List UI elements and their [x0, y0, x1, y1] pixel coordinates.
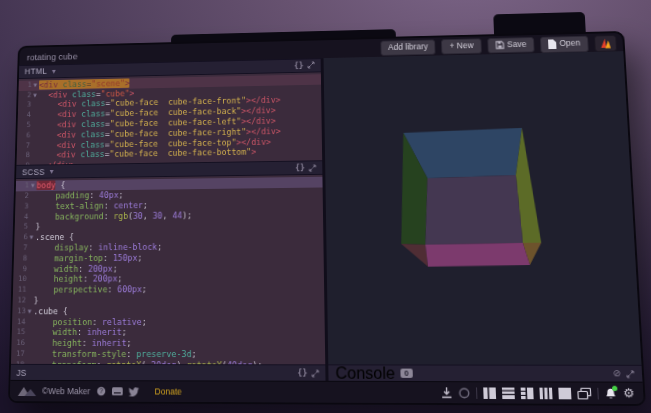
js-pane-label: JS	[16, 367, 26, 377]
scss-pane-label: SCSS	[22, 167, 45, 177]
clear-console-icon[interactable]: ⊘	[613, 369, 621, 378]
footer-bar: ©Web Maker ? Donate	[10, 380, 644, 404]
capture-icon[interactable]	[459, 387, 471, 399]
cube-bottom-left-face	[401, 244, 428, 267]
cube-front-face	[423, 175, 522, 245]
notification-dot	[612, 385, 618, 390]
web-maker-logo-button[interactable]	[594, 35, 617, 52]
settings-gear-icon[interactable]: ⚙	[623, 387, 635, 400]
layout-bottom-icon[interactable]	[502, 387, 515, 399]
keyboard-shortcuts-icon[interactable]	[112, 387, 123, 395]
expand-pane-icon[interactable]	[311, 369, 319, 377]
donate-link[interactable]: Donate	[155, 386, 182, 396]
layout-full-preview-icon[interactable]	[559, 387, 572, 399]
desktop-background: rotating cube Add library + New Save Ope…	[0, 0, 651, 413]
help-icon[interactable]: ?	[96, 386, 106, 396]
console-bar[interactable]: Console 0 ⊘	[328, 364, 642, 381]
layout-left-icon[interactable]	[483, 387, 496, 399]
chevron-down-icon[interactable]: ▼	[51, 68, 58, 75]
rotating-cube-render	[398, 128, 544, 269]
new-button[interactable]: + New	[441, 39, 481, 55]
copyright-text: ©Web Maker	[42, 386, 90, 396]
code-line[interactable]: 13▼.cube {	[12, 305, 324, 317]
save-button[interactable]: Save	[487, 37, 535, 53]
expand-console-icon[interactable]	[626, 370, 635, 378]
preview-pane	[324, 51, 642, 365]
editor-column: HTML ▼ {} 1▼<div class="scene">2▼ <div c…	[11, 58, 326, 381]
web-maker-footer-logo	[18, 386, 37, 395]
beautify-code-icon[interactable]: {}	[295, 164, 305, 173]
cube-bottom-face	[425, 243, 530, 267]
notifications-bell-icon[interactable]	[605, 387, 617, 399]
layout-columns-icon[interactable]	[540, 387, 553, 399]
twitter-icon[interactable]	[128, 387, 139, 396]
file-icon	[548, 39, 556, 49]
html-pane-label: HTML	[25, 67, 48, 77]
preview-column: Console 0 ⊘	[324, 51, 643, 381]
detach-preview-icon[interactable]	[577, 387, 591, 399]
console-label: Console	[335, 364, 395, 383]
main-split: HTML ▼ {} 1▼<div class="scene">2▼ <div c…	[11, 51, 643, 381]
add-library-button[interactable]: Add library	[380, 40, 436, 56]
code-line[interactable]: 14 position: relative;	[12, 316, 325, 327]
layout-sidebar-rows-icon[interactable]	[521, 387, 534, 399]
floppy-icon	[495, 41, 504, 50]
beautify-code-icon[interactable]: {}	[294, 61, 303, 70]
beautify-code-icon[interactable]: {}	[298, 368, 308, 377]
web-maker-app-window: rotating cube Add library + New Save Ope…	[8, 31, 646, 406]
code-line[interactable]: 16 height: inherit;	[11, 338, 325, 349]
console-count-badge: 0	[400, 368, 413, 378]
scss-code-editor[interactable]: 1▼body {2 padding: 40px;3 text-align: ce…	[11, 175, 325, 365]
js-pane-header[interactable]: JS {}	[11, 364, 326, 381]
expand-pane-icon[interactable]	[307, 62, 315, 70]
open-button[interactable]: Open	[540, 35, 589, 52]
html-code-editor[interactable]: 1▼<div class="scene">2▼ <div class="cube…	[17, 72, 323, 165]
skewed-window-wrapper: rotating cube Add library + New Save Ope…	[8, 31, 646, 406]
chevron-down-icon[interactable]: ▼	[48, 168, 55, 175]
expand-pane-icon[interactable]	[309, 164, 317, 172]
code-line[interactable]: 17 transform-style: preserve-3d;	[11, 349, 325, 360]
flame-logo-icon	[599, 38, 612, 49]
code-line[interactable]: 15 width: inherit;	[12, 327, 325, 338]
download-icon[interactable]	[441, 387, 453, 399]
